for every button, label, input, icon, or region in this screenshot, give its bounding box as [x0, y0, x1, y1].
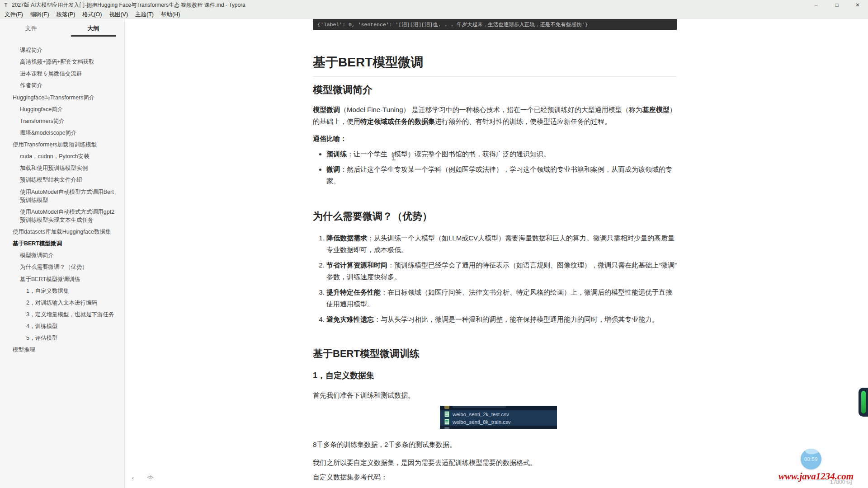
outline-item[interactable]: 5，评估模型 [0, 334, 124, 342]
window-title: 2027版 AI大模型应用开发入门-拥抱Hugging Face与Transfo… [12, 1, 806, 9]
list-item: 微调：然后让这个学生专攻某一个学科（例如医学或法律），学习这个领域的专业书籍和案… [326, 164, 677, 187]
list-item: 提升特定任务性能：在目标领域（如医疗问答、法律文书分析、特定风格的绘画）上，微调… [326, 286, 677, 310]
paragraph-custom-reason: 我们之所以要自定义数据集，是因为需要去适配训练模型需要的数据格式。 [313, 457, 677, 469]
minimize-button[interactable]: – [806, 0, 826, 10]
file-row-test-csv: weibo_senti_2k_test.csv [440, 410, 557, 418]
heading-why-finetune: 为什么需要微调？（优势） [313, 210, 677, 223]
outline-item[interactable]: 使用AutoModel自动模型方式调用Bert预训练模型 [0, 188, 124, 204]
outline-item[interactable]: 魔塔&modelscope简介 [0, 129, 124, 137]
clipped-filename [453, 406, 506, 408]
filename-test-csv: weibo_senti_2k_test.csv [453, 412, 509, 417]
text-segment: ：然后让这个学生专攻某一个学科（例如医学或法律），学习这个领域的专业书籍和案例，… [326, 165, 672, 185]
outline-item[interactable]: 模型推理 [0, 346, 124, 354]
bold-model-finetune: 模型微调 [313, 106, 340, 113]
outline-item[interactable]: 使用datasets库加载Huggingface数据集 [0, 228, 124, 236]
advantages-list: 降低数据需求：从头训练一个大模型（如LLM或CV大模型）需要海量数据和巨大的算力… [313, 232, 677, 325]
code-block-partial: {'label': 0, 'sentence': '[泪][泪][泪]也. . … [313, 19, 677, 30]
csv-file-icon [444, 411, 449, 417]
title-bar: T 2027版 AI大模型应用开发入门-拥抱Hugging Face与Trans… [0, 0, 868, 10]
outline-item[interactable]: Huggingface简介 [0, 105, 124, 113]
recorder-level-bar [861, 391, 866, 413]
text-segment: ：从头训练一个大模型（如LLM或CV大模型）需要海量数据和巨大的算力。微调只需相… [326, 234, 675, 253]
file-row-clipped-top [440, 406, 557, 410]
list-item: 降低数据需求：从头训练一个大模型（如LLM或CV大模型）需要海量数据和巨大的算力… [326, 232, 677, 256]
csv-file-icon [444, 419, 449, 425]
sidebar-footer: ‹ </> [128, 474, 155, 481]
ibeam-cursor [393, 153, 394, 160]
list-item: 预训练：让一个学生（模型）读完整个图书馆的书，获得广泛的通识知识。 [326, 148, 677, 160]
file-icon [444, 427, 449, 429]
heading-bert-training: 基于BERT模型微调训练 [313, 347, 677, 361]
outline-item[interactable]: cuda，cudnn，Pytorch安装 [0, 152, 124, 160]
menu-help[interactable]: 帮助(H) [157, 10, 184, 19]
word-count: 17800 词 [830, 479, 852, 486]
outline-item[interactable]: 使用Transformers加载预训练模型 [0, 141, 124, 149]
bold-advantage-1: 降低数据需求 [326, 234, 367, 242]
tab-files[interactable]: 文件 [9, 24, 53, 37]
outline-item[interactable]: 课程简介 [0, 46, 124, 54]
bold-pretrain: 预训练 [326, 150, 347, 158]
close-button[interactable]: ✕ [847, 0, 868, 10]
metaphor-list: 预训练：让一个学生（模型）读完整个图书馆的书，获得广泛的通识知识。 微调：然后让… [313, 148, 677, 187]
file-row-clipped-bottom [440, 426, 557, 429]
outline-item[interactable]: Transformers简介 [0, 117, 124, 125]
timer-value: 00:59 [801, 449, 821, 469]
heading-custom-dataset: 1，自定义数据集 [313, 370, 677, 381]
text-segment: ：让一个学生（模型）读完整个图书馆的书，获得广泛的通识知识。 [347, 150, 550, 158]
recorder-widget[interactable] [859, 388, 868, 417]
menu-format[interactable]: 格式(O) [79, 10, 105, 19]
menu-bar: 文件(F) 编辑(E) 段落(P) 格式(O) 视图(V) 主题(T) 帮助(H… [0, 10, 868, 19]
recording-timer-overlay: 00:59 [801, 449, 821, 469]
menu-file[interactable]: 文件(F) [1, 10, 27, 19]
outline-item[interactable]: 4，训练模型 [0, 322, 124, 330]
outline-item[interactable]: 基于BERT模型微调训练 [0, 275, 124, 283]
outline-item[interactable]: Huggingface与Transformers简介 [0, 94, 124, 102]
paragraph-data-counts: 8千多条的训练集数据，2千多条的测试集数据。 [313, 439, 677, 450]
tab-outline[interactable]: 大纲 [71, 24, 116, 37]
sidebar: 文件 大纲 课程简介 高清视频+源码+配套文档获取 进本课程专属微信交流群 作者… [0, 19, 125, 488]
outline-item-current[interactable]: 基于BERT模型微调 [0, 239, 124, 248]
text-segment: （Model Fine-Tuning） 是迁移学习中的一种核心技术，指在一个已经… [340, 106, 642, 113]
paragraph-finetune-definition: 模型微调（Model Fine-Tuning） 是迁移学习中的一种核心技术，指在… [313, 104, 677, 127]
outline-item[interactable]: 1，自定义数据集 [0, 287, 124, 295]
outline-item[interactable]: 使用AutoModel自动模式方式调用gpt2预训练模型实现文本生成任务 [0, 208, 124, 224]
sidebar-tabs: 文件 大纲 [0, 20, 124, 41]
bold-advantage-4: 避免灾难性遗忘 [326, 315, 374, 323]
maximize-button[interactable]: □ [826, 0, 847, 10]
outline-item[interactable]: 2，对训练输入文本进行编码 [0, 299, 124, 307]
menu-edit[interactable]: 编辑(E) [27, 10, 53, 19]
paragraph-metaphor-label: 通俗比喻： [313, 133, 677, 145]
bold-base-model: 基座模型 [642, 106, 670, 113]
paragraph-reference-code: 自定义数据集参考代码： [313, 471, 677, 483]
menu-theme[interactable]: 主题(T) [132, 10, 157, 19]
text-segment: ：与从头学习相比，微调是一种温和的调整，能在保持模型通用能力的同时，增强其专业能… [374, 315, 659, 323]
outline-item[interactable]: 进本课程专属微信交流群 [0, 70, 124, 78]
file-row-train-csv: weibo_senti_8k_train.csv [440, 418, 557, 426]
watermark-url: www.java1234.com [778, 471, 868, 482]
outline-item[interactable]: 加载和使用预训练模型实例 [0, 164, 124, 172]
bold-domain-dataset: 特定领域或任务的数据集 [360, 117, 435, 125]
outline-item[interactable]: 高清视频+源码+配套文档获取 [0, 58, 124, 66]
outline-item[interactable]: 作者简介 [0, 81, 124, 89]
source-mode-icon[interactable]: </> [146, 474, 155, 481]
filename-train-csv: weibo_senti_8k_train.csv [453, 419, 511, 425]
outline-item[interactable]: 为什么需要微调？（优势） [0, 263, 124, 271]
heading-bert-finetune: 基于BERT模型微调 [313, 54, 677, 77]
outline-item[interactable]: 预训练模型结构文件介绍 [0, 176, 124, 184]
heading-finetune-intro: 模型微调简介 [313, 83, 677, 97]
document: {'label': 0, 'sentence': '[泪][泪][泪]也. . … [313, 19, 677, 483]
paragraph-prepare-data: 首先我们准备下训练和测试数据。 [313, 389, 677, 401]
menu-paragraph[interactable]: 段落(P) [53, 10, 79, 19]
python-file-icon [444, 406, 449, 409]
outline-item[interactable]: 3，定义增量模型，也就是下游任务 [0, 310, 124, 319]
text-segment: 进行额外的、有针对性的训练，使模型适应新任务的过程。 [435, 117, 611, 125]
bold-advantage-3: 提升特定任务性能 [326, 288, 381, 296]
outline-panel: 课程简介 高清视频+源码+配套文档获取 进本课程专属微信交流群 作者简介 Hug… [0, 41, 124, 354]
list-item: 避免灾难性遗忘：与从头学习相比，微调是一种温和的调整，能在保持模型通用能力的同时… [326, 314, 677, 325]
main-editor[interactable]: {'label': 0, 'sentence': '[泪][泪][泪]也. . … [125, 19, 868, 488]
collapse-sidebar-icon[interactable]: ‹ [128, 474, 137, 481]
outline-item[interactable]: 模型微调简介 [0, 251, 124, 259]
bold-finetune: 微调 [326, 165, 340, 173]
menu-view[interactable]: 视图(V) [105, 10, 132, 19]
bold-advantage-2: 节省计算资源和时间 [326, 261, 387, 269]
